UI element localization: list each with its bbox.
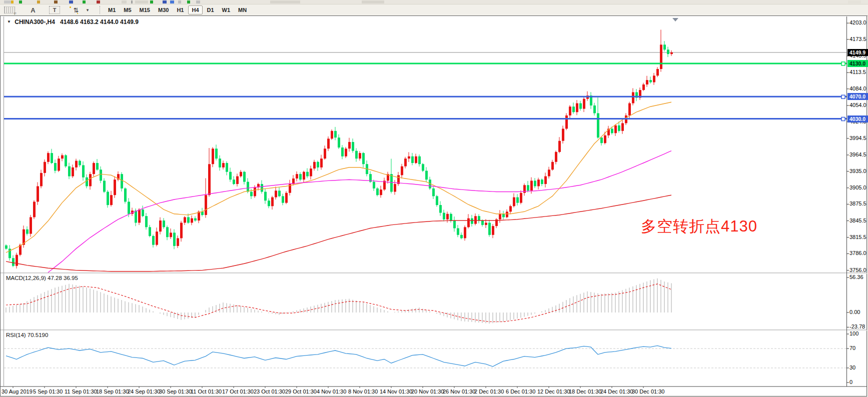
toolbar-icon-fragment <box>37 0 40 4</box>
tf-button-M30[interactable]: M30 <box>155 6 172 14</box>
macd-indicator-label: MACD(12,26,9) 47.28 36.95 <box>6 275 78 281</box>
date-axis-label: 12 Dec 01:30 <box>537 388 570 394</box>
price-axis-label: 4113.5 <box>849 69 866 75</box>
rsi-axis-label: 30 <box>849 364 855 370</box>
tf-button-M15[interactable]: M15 <box>136 6 154 14</box>
price-axis-label: 3756.0 <box>849 267 866 273</box>
toolbar-icon-fragment <box>848 0 861 4</box>
toolbar-icon-fragment <box>54 0 58 4</box>
date-axis-label: 30 Dec 01:30 <box>632 388 664 394</box>
price-axis-label: 4173.5 <box>849 36 866 42</box>
date-axis-label: 11 Sep 01:30 <box>65 388 97 394</box>
chart-text-annotation[interactable]: 多空转折点4130 <box>641 216 757 237</box>
price-axis-label: 3786.0 <box>849 250 866 256</box>
date-axis-label: 4 Nov 01:30 <box>317 388 346 394</box>
collapse-triangle-icon[interactable]: ▼ <box>7 20 11 24</box>
date-axis-label: 5 Sep 01:30 <box>33 388 63 394</box>
price-axis-label: 3875.5 <box>849 200 866 206</box>
chart-title: ▼ CHINA300-,H4 4148.6 4163.2 4144.0 4149… <box>7 18 139 26</box>
toolbar-icon-fragment <box>4 0 11 4</box>
rsi-axis-label: 0 <box>849 379 852 385</box>
textbox-tool-icon[interactable]: T <box>49 6 60 14</box>
date-axis-label: 2 Dec 01:30 <box>474 388 504 394</box>
tf-button-H1[interactable]: H1 <box>173 6 187 14</box>
toolbar-icon-fragment <box>19 0 22 4</box>
rsi-indicator-label: RSI(14) 70.5190 <box>6 332 48 338</box>
price-axis-label: 3845.5 <box>849 218 866 224</box>
date-axis-label: 14 Nov 01:30 <box>380 388 412 394</box>
date-axis-label: 8 Nov 01:30 <box>348 388 378 394</box>
date-axis-label: 29 Oct 01:30 <box>285 388 317 394</box>
tf-button-MN[interactable]: MN <box>235 6 250 14</box>
price-axis-label: 3964.5 <box>849 152 866 158</box>
hline-price-badge: 4130.0 <box>847 60 868 67</box>
date-axis-label: 11 Oct 01:30 <box>191 388 222 394</box>
crosshair-grid-icon[interactable]: F <box>4 6 15 14</box>
toolbar-icon-fragment <box>135 0 148 4</box>
price-axis-label: 3905.0 <box>849 184 866 190</box>
toolbar-icon-fragment <box>131 0 133 4</box>
tool-dropdown-caret-icon[interactable]: ▾ <box>83 6 93 14</box>
toolbar-icon-fragment <box>122 0 127 4</box>
tf-button-M1[interactable]: M1 <box>105 6 119 14</box>
date-axis-label: 18 Dec 01:30 <box>569 388 601 394</box>
macd-axis-label: -23.78 <box>849 324 865 330</box>
hline-price-badge: 4070.0 <box>847 93 868 100</box>
chart-symbol-period: CHINA300-,H4 <box>15 18 55 26</box>
tf-button-D1[interactable]: D1 <box>204 6 218 14</box>
tf-button-H4[interactable]: H4 <box>188 6 202 14</box>
toolbar-row-main: F A T ⇅ ▾ M1M5M15M30H1H4D1W1MN <box>0 4 868 16</box>
timeframe-group: M1M5M15M30H1H4D1W1MN <box>105 6 250 14</box>
date-axis-label: 6 Dec 01:30 <box>506 388 535 394</box>
chart-window[interactable] <box>0 16 867 396</box>
price-axis-label: 3994.5 <box>849 135 866 141</box>
toolbar-icon-fragment <box>196 0 200 4</box>
date-axis-label: 30 Sep 01:30 <box>159 388 192 394</box>
toolbar-icon-fragment <box>163 0 167 4</box>
date-axis-label: 24 Dec 01:30 <box>600 388 633 394</box>
toolbar-row-top <box>0 0 868 4</box>
date-axis-label: 18 Sep 01:30 <box>96 388 129 394</box>
tf-button-W1[interactable]: W1 <box>219 6 234 14</box>
spark-icon <box>77 13 78 14</box>
chart-ohlc-values: 4148.6 4163.2 4144.0 4149.9 <box>60 18 139 26</box>
arrange-arrows-icon[interactable]: ⇅ <box>71 6 81 14</box>
toolbar-icon-fragment <box>362 0 384 4</box>
date-axis-label: 24 Sep 01:30 <box>128 388 160 394</box>
price-axis-label: 4054.0 <box>849 102 866 108</box>
price-axis-label: 3935.0 <box>849 168 866 174</box>
toolbar-icon-fragment <box>178 0 181 4</box>
date-axis-label: 23 Oct 01:30 <box>254 388 285 394</box>
price-axis-label: 3815.5 <box>849 234 866 240</box>
toolbar-icon-fragment <box>11 0 14 4</box>
macd-axis-label: 56.36 <box>849 274 863 280</box>
toolbar-icon-fragment <box>187 0 190 4</box>
hline-price-badge: 4030.0 <box>847 116 868 122</box>
toolbar-separator <box>100 6 102 14</box>
toolbar-icon-fragment <box>270 0 300 4</box>
date-axis-label: 26 Nov 01:30 <box>443 388 475 394</box>
macd-axis-label: 0.00 <box>849 309 860 315</box>
toolbar-icon-fragment <box>150 0 153 4</box>
price-axis-label: 4084.0 <box>849 86 866 92</box>
text-tool-icon[interactable]: A <box>28 6 38 14</box>
toolbar-icon-fragment <box>69 0 73 4</box>
toolbar-icon-fragment <box>83 0 86 4</box>
tf-button-M5[interactable]: M5 <box>120 6 135 14</box>
toolbar-icon-fragment <box>170 0 174 4</box>
date-axis-label: 30 Aug 2019 <box>2 388 33 394</box>
toolbar-icon-fragment <box>97 0 100 4</box>
date-axis-label: 20 Nov 01:30 <box>411 388 444 394</box>
rsi-axis-label: 70 <box>849 345 855 351</box>
spark-icon <box>70 6 71 8</box>
price-axis-label: 4203.0 <box>849 20 866 26</box>
current-price-badge: 4149.9 <box>847 49 868 56</box>
date-axis-label: 17 Oct 01:30 <box>222 388 254 394</box>
rsi-axis-label: 100 <box>849 330 858 336</box>
